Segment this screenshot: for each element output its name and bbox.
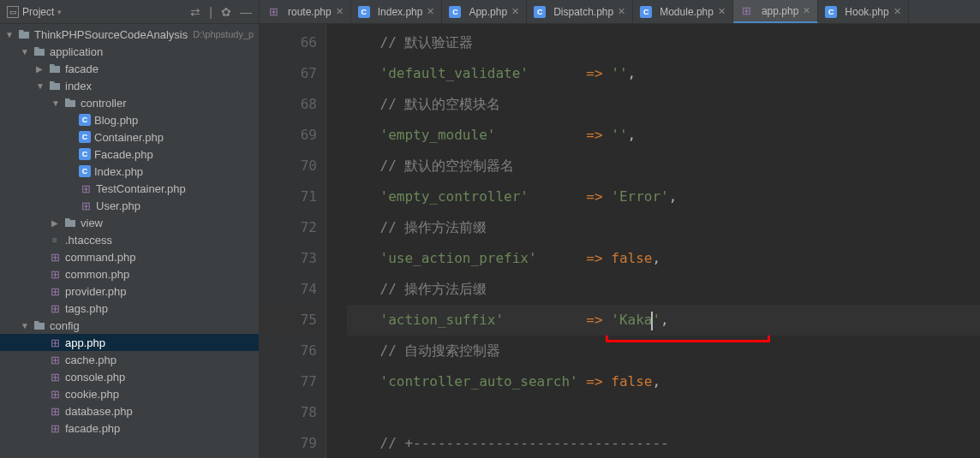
close-icon[interactable]: ✕ — [511, 6, 519, 17]
hide-icon[interactable]: — — [240, 5, 252, 19]
tree-item-label: common.php — [65, 268, 129, 281]
php-file-icon: C — [358, 6, 370, 18]
config-file-icon: ⊞ — [48, 250, 62, 264]
tree-item[interactable]: ⊞provider.php — [0, 283, 259, 300]
code-line[interactable]: // 默认的空控制器名 — [347, 151, 980, 181]
config-file-icon: ⊞ — [48, 370, 62, 384]
line-number: 74 — [260, 274, 317, 305]
code-line[interactable]: // 默认验证器 — [347, 27, 980, 58]
code-line[interactable] — [347, 397, 980, 428]
close-icon[interactable]: ✕ — [618, 6, 625, 17]
project-tree[interactable]: ▼ThinkPHPSourceCodeAnalysisD:\phpstudy_p… — [0, 24, 259, 458]
folder-icon — [17, 27, 31, 41]
tree-item[interactable]: CBlog.php — [0, 111, 259, 128]
code-line[interactable]: // 操作方法前缀 — [347, 212, 980, 243]
line-gutter: 666768697071727374757677787980 — [260, 24, 326, 458]
line-number: 78 — [260, 397, 317, 428]
tree-item[interactable]: ⊞tags.php — [0, 300, 259, 317]
code-content[interactable]: // 默认验证器 'default_validate' => '', // 默认… — [340, 24, 980, 458]
line-number: 66 — [260, 27, 317, 58]
tree-item[interactable]: ⊞command.php — [0, 248, 259, 265]
tree-item[interactable]: ⊞database.php — [0, 402, 259, 419]
tree-item-label: provider.php — [65, 285, 127, 298]
php-file-icon: C — [449, 6, 461, 18]
code-line[interactable]: // +------------------------------- — [347, 428, 980, 458]
line-number: 79 — [260, 428, 317, 458]
config-file-icon: ⊞ — [48, 353, 62, 366]
divider-icon: | — [209, 5, 212, 19]
folder-icon — [63, 216, 77, 229]
tree-item[interactable]: ▼ThinkPHPSourceCodeAnalysisD:\phpstudy_p — [0, 26, 259, 43]
collapse-icon[interactable]: ⇄ — [190, 5, 200, 19]
close-icon[interactable]: ✕ — [336, 6, 344, 17]
tree-arrow-icon: ▼ — [21, 321, 33, 330]
code-line[interactable]: 'empty_controller' => 'Error', — [347, 181, 980, 212]
editor-tab[interactable]: CModule.php✕ — [633, 0, 733, 23]
editor-tab[interactable]: CIndex.php✕ — [351, 0, 443, 23]
fold-margin — [326, 24, 340, 458]
editor-tab[interactable]: CApp.php✕ — [442, 0, 527, 23]
code-line[interactable]: // 操作方法后缀 — [347, 274, 980, 305]
config-file-icon: ⊞ — [79, 181, 93, 195]
php-file-icon: C — [79, 165, 91, 177]
tree-item[interactable]: ⊞common.php — [0, 265, 259, 283]
close-icon[interactable]: ✕ — [893, 6, 901, 17]
tab-label: route.php — [288, 6, 332, 18]
line-number: 69 — [260, 120, 317, 151]
php-file-icon: C — [534, 6, 546, 18]
tree-item-label: tags.php — [65, 302, 108, 315]
tree-item[interactable]: ⊞console.php — [0, 368, 259, 385]
editor-area: ⊞route.php✕CIndex.php✕CApp.php✕CDispatch… — [260, 0, 980, 458]
tree-item[interactable]: ▼index — [0, 77, 259, 94]
folder-icon — [63, 96, 77, 110]
tree-item[interactable]: ⊞User.php — [0, 197, 259, 214]
config-file-icon: ⊞ — [48, 284, 62, 298]
sidebar-title-text: Project — [22, 6, 54, 18]
tree-item[interactable]: ▼controller — [0, 94, 259, 111]
code-line[interactable]: // 默认的空模块名 — [347, 89, 980, 120]
tree-item[interactable]: ⊞facade.php — [0, 419, 259, 437]
tree-item[interactable]: ▼application — [0, 43, 259, 60]
editor-tab[interactable]: ⊞app.php✕ — [733, 0, 818, 23]
code-line[interactable]: 'default_validate' => '', — [347, 58, 980, 89]
code-line[interactable]: 'empty_module' => '', — [347, 120, 980, 151]
close-icon[interactable]: ✕ — [803, 5, 810, 16]
editor-tab[interactable]: CDispatch.php✕ — [527, 0, 633, 23]
code-line[interactable]: 'controller_auto_search' => false, — [347, 366, 980, 397]
tree-item[interactable]: CIndex.php — [0, 163, 259, 180]
tree-item-label: Index.php — [94, 165, 143, 178]
php-file-icon: C — [640, 6, 652, 18]
php-file-icon: C — [79, 148, 91, 160]
tree-item[interactable]: ▼config — [0, 317, 259, 334]
sidebar-title[interactable]: ▭ Project ▾ — [7, 6, 190, 18]
tree-item[interactable]: ▶facade — [0, 60, 259, 77]
tree-arrow-icon: ▶ — [51, 218, 63, 228]
tree-item[interactable]: ⊞app.php — [0, 334, 259, 351]
editor-tab[interactable]: ⊞route.php✕ — [260, 0, 351, 23]
tree-item[interactable]: ⊞cache.php — [0, 351, 259, 368]
gear-icon[interactable]: ✿ — [221, 5, 231, 19]
tree-arrow-icon: ▼ — [5, 30, 17, 39]
close-icon[interactable]: ✕ — [718, 6, 726, 17]
tree-arrow-icon: ▼ — [21, 47, 33, 57]
tree-item[interactable]: ⊞cookie.php — [0, 385, 259, 402]
tree-item[interactable]: ⊞TestContainer.php — [0, 180, 259, 197]
line-number: 77 — [260, 366, 317, 397]
close-icon[interactable]: ✕ — [427, 6, 434, 17]
tree-arrow-icon: ▼ — [36, 81, 48, 91]
code-line[interactable]: 'action_suffix' => 'Kaka', — [347, 305, 980, 336]
line-number: 71 — [260, 181, 317, 212]
tree-item-label: console.php — [65, 371, 125, 384]
line-number: 75 — [260, 305, 317, 336]
line-number: 76 — [260, 336, 317, 366]
editor-tab[interactable]: CHook.php✕ — [818, 0, 908, 23]
tree-arrow-icon: ▼ — [51, 98, 63, 108]
tree-item[interactable]: CContainer.php — [0, 128, 259, 146]
tree-item[interactable]: ▶view — [0, 214, 259, 231]
code-editor[interactable]: 666768697071727374757677787980 // 默认验证器 … — [260, 24, 980, 458]
tree-item[interactable]: CFacade.php — [0, 146, 259, 163]
tree-item[interactable]: ≡.htaccess — [0, 231, 259, 248]
code-line[interactable]: // 自动搜索控制器 — [347, 336, 980, 366]
code-line[interactable]: 'use_action_prefix' => false, — [347, 243, 980, 274]
tab-label: Module.php — [660, 6, 714, 18]
